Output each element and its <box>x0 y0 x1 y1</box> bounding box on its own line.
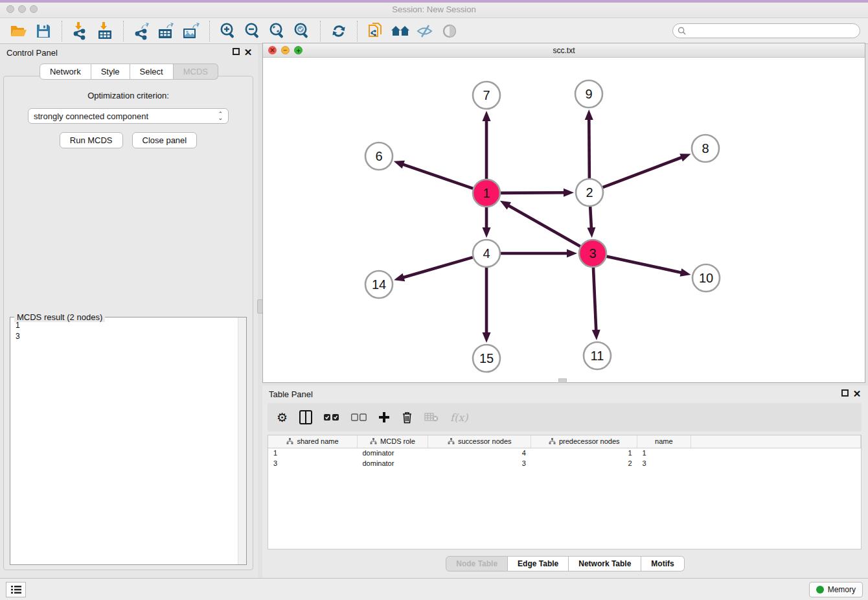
close-panel-button[interactable]: Close panel <box>132 132 198 148</box>
graph-edge-4-14[interactable] <box>403 257 473 277</box>
export-table-icon[interactable] <box>155 20 177 42</box>
graph-edge-1-2[interactable] <box>501 192 565 193</box>
show-panels-list-button[interactable] <box>6 582 26 597</box>
graph-edge-2-3[interactable] <box>590 207 591 229</box>
select-all-columns-icon[interactable] <box>324 409 339 426</box>
export-image-icon[interactable] <box>180 20 202 42</box>
column-header-predecessor-nodes[interactable]: predecessor nodes <box>531 435 637 448</box>
table-cell[interactable]: 2 <box>531 458 637 468</box>
close-table-panel-icon[interactable]: ✕ <box>852 389 862 398</box>
window-top-edge <box>0 0 868 3</box>
network-window-titlebar[interactable]: ✕ − ＋ scc.txt <box>263 43 865 58</box>
graph-node-label: 8 <box>702 141 709 156</box>
graph-node-label: 11 <box>591 349 604 363</box>
tab-node-table[interactable]: Node Table <box>446 556 508 571</box>
graph-arrowhead <box>680 154 691 161</box>
control-panel-title: Control Panel <box>6 48 58 58</box>
column-hierarchy-icon <box>549 438 556 444</box>
search-field[interactable] <box>672 23 860 38</box>
table-cell[interactable]: 3 <box>637 458 691 468</box>
refresh-icon[interactable] <box>328 20 350 42</box>
graph-node-label: 10 <box>699 271 713 285</box>
mcds-result-list[interactable]: 13 <box>10 320 237 564</box>
table-row[interactable]: 1dominator411 <box>268 448 861 458</box>
zoom-out-icon[interactable] <box>242 20 264 42</box>
table-cell[interactable]: 3 <box>428 458 531 468</box>
float-table-panel-icon[interactable] <box>841 389 849 397</box>
tab-style[interactable]: Style <box>91 63 130 80</box>
tab-mcds[interactable]: MCDS <box>174 63 218 80</box>
import-table-icon[interactable] <box>94 20 116 42</box>
open-session-icon[interactable] <box>8 20 30 42</box>
column-header-name[interactable]: name <box>637 435 691 448</box>
graph-edge-3-11[interactable] <box>593 268 596 331</box>
graph-node-label: 14 <box>372 277 386 292</box>
hide-panels-icon[interactable] <box>414 20 436 42</box>
table-cell[interactable]: dominator <box>357 448 428 458</box>
tab-network-table[interactable]: Network Table <box>569 556 641 571</box>
clone-network-icon[interactable] <box>365 20 387 42</box>
search-icon <box>678 27 686 35</box>
column-view-icon[interactable] <box>299 409 312 426</box>
show-panel-icon[interactable] <box>439 20 461 42</box>
node-table[interactable]: shared nameMCDS rolesuccessor nodesprede… <box>268 435 862 549</box>
tab-select[interactable]: Select <box>130 63 174 80</box>
search-input[interactable] <box>686 27 860 36</box>
delete-table-icon-disabled <box>424 409 439 426</box>
graph-edge-3-10[interactable] <box>606 257 681 273</box>
tab-edge-table[interactable]: Edge Table <box>508 556 569 571</box>
graph-arrowhead <box>483 111 491 121</box>
table-cell[interactable]: 1 <box>268 448 357 458</box>
table-cell[interactable]: 4 <box>428 448 531 458</box>
home-layout-icon[interactable] <box>389 20 411 42</box>
status-bar: Memory <box>0 578 868 600</box>
criterion-dropdown[interactable]: strongly connected component ⌃⌄ <box>28 108 229 124</box>
tab-motifs[interactable]: Motifs <box>641 556 684 571</box>
create-column-icon[interactable] <box>378 409 390 426</box>
deselect-all-columns-icon[interactable] <box>351 409 367 426</box>
column-header-shared-name[interactable]: shared name <box>268 435 357 448</box>
zoom-selected-icon[interactable] <box>291 20 313 42</box>
graph-edge-2-9[interactable] <box>589 119 589 178</box>
zoom-fit-icon[interactable] <box>266 20 288 42</box>
tab-network[interactable]: Network <box>40 63 91 80</box>
toolbar-separator <box>209 21 210 41</box>
table-cell[interactable]: 1 <box>637 448 691 458</box>
table-settings-gear-icon[interactable]: ⚙ <box>277 409 288 426</box>
network-resize-grip[interactable] <box>558 378 567 383</box>
close-panel-icon[interactable]: ✕ <box>244 48 253 57</box>
table-cell[interactable]: 3 <box>268 458 357 468</box>
save-session-icon[interactable] <box>32 20 54 42</box>
graph-arrowhead <box>483 227 491 238</box>
table-cell[interactable]: 1 <box>531 448 637 458</box>
delete-row-trash-icon[interactable] <box>402 409 413 426</box>
graph-edge-1-6[interactable] <box>402 164 473 189</box>
mcds-result-item[interactable]: 3 <box>10 331 237 342</box>
import-network-icon[interactable] <box>69 20 91 42</box>
memory-button[interactable]: Memory <box>809 582 863 597</box>
network-canvas[interactable]: 7968124314101511 <box>263 58 865 382</box>
run-mcds-button[interactable]: Run MCDS <box>60 132 123 148</box>
graph-arrowhead <box>394 161 405 168</box>
column-header-successor-nodes[interactable]: successor nodes <box>428 435 531 448</box>
mcds-panel: Optimization criterion: strongly connect… <box>3 76 253 570</box>
float-panel-icon[interactable] <box>233 48 240 55</box>
zoom-in-icon[interactable] <box>217 20 239 42</box>
control-panel: Control Panel ✕ NetworkStyleSelectMCDS O… <box>0 44 258 578</box>
graph-edge-2-8[interactable] <box>603 157 683 187</box>
table-panel: Table Panel ✕ ⚙ f(x) shared nameMCDS rol… <box>262 386 868 578</box>
toolbar-separator <box>62 21 62 41</box>
graph-arrowhead <box>680 268 691 277</box>
table-panel-title: Table Panel <box>269 389 313 399</box>
network-file-title: scc.txt <box>263 46 865 55</box>
column-header-MCDS-role[interactable]: MCDS role <box>357 435 428 448</box>
mcds-result-item[interactable]: 1 <box>10 320 237 331</box>
graph-edge-3-1[interactable] <box>508 205 580 246</box>
result-scrollbar[interactable] <box>238 317 246 564</box>
table-row[interactable]: 3dominator323 <box>268 458 861 468</box>
app-titlebar: Session: New Session <box>0 0 868 18</box>
table-cell-filler <box>691 458 860 468</box>
table-cell[interactable]: dominator <box>357 458 428 468</box>
graph-node-label: 4 <box>483 246 490 260</box>
export-network-icon[interactable] <box>131 20 153 42</box>
